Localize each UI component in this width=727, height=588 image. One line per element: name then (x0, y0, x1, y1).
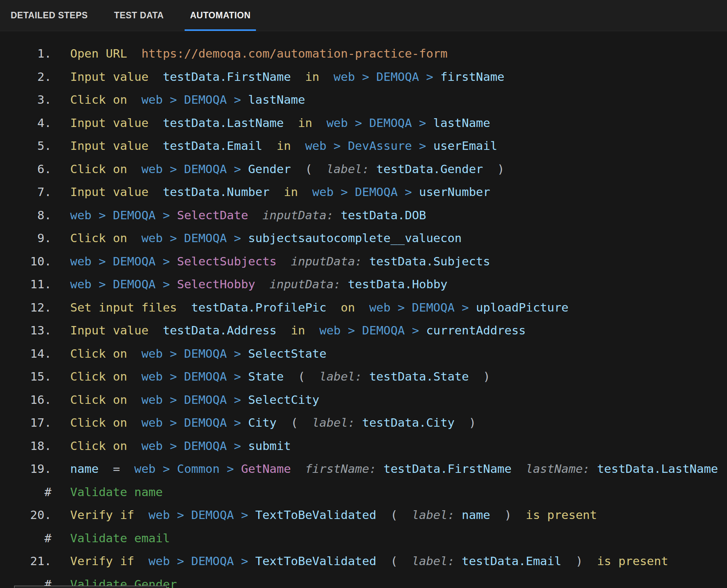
component-token: SelectSubjects (177, 254, 277, 268)
element-token: State (248, 370, 284, 383)
step-code: Verify if web > DEMOQA > TextToBeValidat… (70, 554, 668, 568)
component-token: SelectHobby (177, 277, 255, 291)
keyword-token: Input value (70, 116, 148, 130)
data-ref-token: testData.State (369, 370, 469, 383)
locator-path-token: web > DEMOQA > (298, 185, 419, 199)
step-row[interactable]: 21.Verify if web > DEMOQA > TextToBeVali… (0, 549, 727, 573)
step-row[interactable]: 13.Input value testData.Address in web >… (0, 319, 727, 342)
step-row[interactable]: 18.Click on web > DEMOQA > submit (0, 434, 727, 458)
step-row[interactable]: 20.Verify if web > DEMOQA > TextToBeVali… (0, 503, 727, 527)
step-number: 18. (0, 439, 51, 453)
step-code: Input value testData.Address in web > DE… (70, 323, 526, 337)
element-token: TextToBeValidated (255, 554, 376, 568)
comment-token: Validate name (70, 485, 163, 499)
element-token: TextToBeValidated (255, 508, 376, 522)
step-row[interactable]: 8.web > DEMOQA > SelectDate inputData: t… (0, 204, 727, 227)
comment-token: Validate email (70, 531, 170, 545)
param-label-token: label: (319, 370, 369, 383)
step-code: Click on web > DEMOQA > lastName (70, 93, 305, 106)
step-row[interactable]: 3.Click on web > DEMOQA > lastName (0, 88, 727, 111)
param-label-token: label: (412, 508, 462, 522)
step-row[interactable]: 10.web > DEMOQA > SelectSubjects inputDa… (0, 250, 727, 273)
element-token: firstName (441, 70, 505, 84)
step-row[interactable]: #Validate email (0, 527, 727, 550)
step-row[interactable]: 16.Click on web > DEMOQA > SelectCity (0, 388, 727, 411)
step-row[interactable]: 12.Set input files testData.ProfilePic o… (0, 296, 727, 319)
param-label-token: label: (412, 554, 462, 568)
punctuation-token: ( (277, 416, 312, 429)
data-ref-token: testData.Address (148, 323, 277, 337)
locator-path-token: web > DEMOQA > (319, 70, 440, 84)
locator-path-token: web > DEMOQA > (127, 162, 248, 176)
step-row[interactable]: 7.Input value testData.Number in web > D… (0, 180, 727, 204)
step-number: 5. (0, 139, 51, 153)
tab-detailed-steps[interactable]: DETAILED STEPS (11, 0, 88, 31)
step-code: Open URL https://demoqa.com/automation-p… (70, 47, 447, 60)
locator-path-token: web > DEMOQA > (127, 231, 248, 245)
param-label-token: firstName: (291, 462, 384, 476)
keyword-token: Click on (70, 439, 127, 453)
step-number: 6. (0, 162, 51, 176)
step-row[interactable]: 11.web > DEMOQA > SelectHobby inputData:… (0, 273, 727, 296)
horizontal-scrollbar[interactable] (14, 586, 167, 588)
locator-path-token: web > DEMOQA > (127, 393, 248, 406)
step-code: Click on web > DEMOQA > Gender ( label: … (70, 162, 505, 176)
tab-automation[interactable]: AUTOMATION (190, 0, 251, 31)
data-ref-token: name (462, 508, 491, 522)
step-code: Click on web > DEMOQA > subjectsautocomp… (70, 231, 462, 245)
locator-path-token: web > DEMOQA > (305, 323, 426, 337)
param-label-token: label: (312, 416, 362, 429)
step-code: name = web > Common > GetName firstName:… (70, 462, 718, 476)
step-number: 13. (0, 323, 51, 337)
locator-path-token: web > Common > (134, 462, 241, 476)
step-number: 19. (0, 462, 51, 476)
tab-test-data[interactable]: TEST DATA (114, 0, 164, 31)
locator-path-token: web > DEMOQA > (70, 208, 177, 222)
keyword-token: Click on (70, 347, 127, 360)
step-code: web > DEMOQA > SelectSubjects inputData:… (70, 254, 490, 268)
data-ref-token: testData.DOB (341, 208, 426, 222)
step-row[interactable]: 9.Click on web > DEMOQA > subjectsautoco… (0, 227, 727, 250)
element-token: uploadPicture (476, 300, 569, 314)
element-token: lastName (248, 93, 305, 106)
locator-path-token: web > DEMOQA > (127, 370, 248, 383)
data-ref-token: testData.Number (148, 185, 269, 199)
step-row[interactable]: 17.Click on web > DEMOQA > City ( label:… (0, 411, 727, 434)
punctuation-token: ) (455, 416, 476, 429)
step-row[interactable]: 4.Input value testData.LastName in web >… (0, 111, 727, 135)
keyword-token: Set input files (70, 300, 177, 314)
keyword-token: Click on (70, 416, 127, 429)
punctuation-token: ) (469, 370, 490, 383)
step-row[interactable]: 19.name = web > Common > GetName firstNa… (0, 457, 727, 480)
step-number: 1. (0, 47, 51, 60)
locator-path-token: web > DEMOQA > (70, 254, 177, 268)
keyword-token: is present (583, 554, 668, 568)
locator-path-token: web > DEMOQA > (134, 508, 255, 522)
step-row[interactable]: 15.Click on web > DEMOQA > State ( label… (0, 365, 727, 388)
step-code: Click on web > DEMOQA > SelectState (70, 347, 327, 360)
step-row[interactable]: 5.Input value testData.Email in web > De… (0, 134, 727, 157)
step-code: Input value testData.FirstName in web > … (70, 70, 505, 84)
step-row[interactable]: #Validate name (0, 480, 727, 504)
comment-marker: # (0, 485, 51, 499)
step-row[interactable]: 1.Open URL https://demoqa.com/automation… (0, 42, 727, 65)
locator-path-token: web > DEMOQA > (127, 416, 248, 429)
keyword-token: in (270, 185, 298, 199)
locator-path-token: web > DEMOQA > (70, 277, 177, 291)
step-row[interactable]: 2.Input value testData.FirstName in web … (0, 65, 727, 88)
locator-path-token: web > DEMOQA > (127, 93, 248, 106)
keyword-token: on (327, 300, 355, 314)
data-ref-token: testData.FirstName (383, 462, 511, 476)
keyword-token: Click on (70, 393, 127, 406)
element-token: submit (248, 439, 291, 453)
steps-list: 1.Open URL https://demoqa.com/automation… (0, 31, 727, 588)
step-code: Input value testData.Email in web > DevA… (70, 139, 497, 153)
data-ref-token: testData.Email (462, 554, 561, 568)
step-row[interactable]: 6.Click on web > DEMOQA > Gender ( label… (0, 157, 727, 181)
data-ref-token: testData.FirstName (148, 70, 291, 84)
keyword-token: in (277, 323, 305, 337)
locator-path-token: web > DEMOQA > (312, 116, 433, 130)
step-code: web > DEMOQA > SelectDate inputData: tes… (70, 208, 426, 222)
step-row[interactable]: 14.Click on web > DEMOQA > SelectState (0, 342, 727, 365)
step-code: web > DEMOQA > SelectHobby inputData: te… (70, 277, 447, 291)
